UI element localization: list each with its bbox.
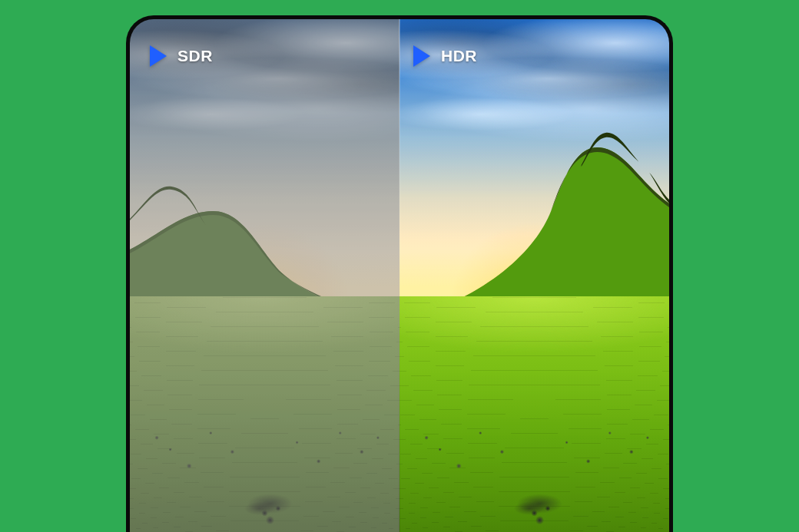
device-frame: SDR HDR	[126, 15, 673, 532]
hdr-label: HDR	[413, 45, 477, 67]
play-triangle-icon	[150, 45, 167, 67]
hdr-half	[400, 19, 669, 532]
sdr-label: SDR	[150, 45, 213, 67]
hdr-label-text: HDR	[441, 47, 477, 65]
sdr-label-text: SDR	[177, 47, 213, 65]
sdr-hdr-comparison: SDR HDR	[130, 19, 669, 532]
landscape-scene	[400, 19, 669, 532]
play-triangle-icon	[413, 45, 430, 67]
sdr-half	[130, 19, 400, 532]
